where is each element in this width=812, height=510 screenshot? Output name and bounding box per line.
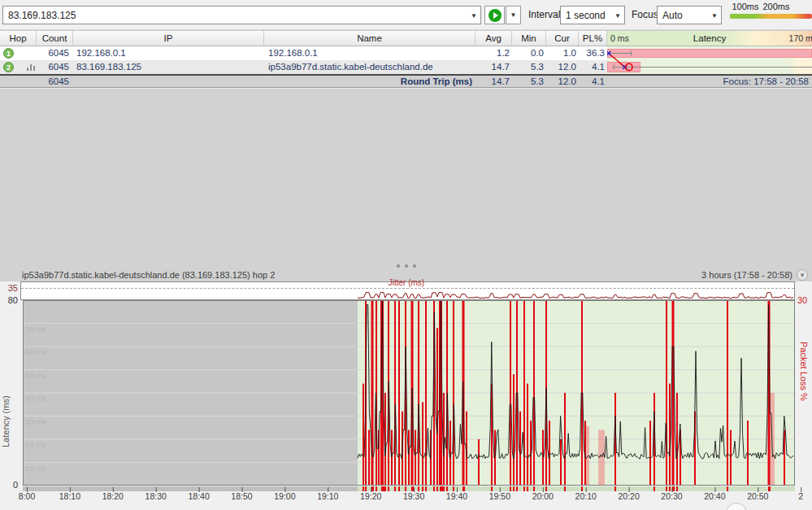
hop2-avg: 14.7 (475, 60, 512, 74)
summary-packet-loss: 4.1 (579, 76, 607, 87)
column-header-latency[interactable]: 0 ms Latency 170 ms (607, 31, 812, 46)
start-options-dropdown-button[interactable]: ▼ (506, 6, 521, 24)
gridline-label: 10 ms (25, 464, 46, 473)
hop2-name: ip53a9b77d.static.kabel-deutschland.de (264, 60, 475, 74)
graph-shown-icon (27, 64, 37, 71)
time-axis-label: 20:50 (740, 491, 775, 501)
interval-select[interactable]: 1 second ▼ (560, 6, 625, 24)
time-axis-label: 2 (783, 491, 812, 501)
hop2-min: 5.3 (512, 60, 546, 74)
hop2-packet-loss: 4.1 (579, 60, 607, 74)
time-axis-label: 18:40 (181, 491, 217, 501)
hop2-ip: 83.169.183.125 (73, 60, 264, 74)
hop2-cur: 12.0 (546, 60, 579, 74)
hop-number-badge: 1 (3, 48, 14, 59)
interval-value: 1 second (566, 10, 606, 21)
toolbar: 83.169.183.125 ▼ ▼ Interval 1 second ▼ F… (0, 0, 812, 30)
column-header-pl[interactable]: PL% (579, 31, 607, 46)
time-axis-label: 19:00 (267, 491, 302, 501)
latency-scale-legend (730, 14, 812, 19)
play-icon (489, 9, 502, 22)
hop1-ip: 192.168.0.1 (73, 46, 264, 60)
hop-number-badge: 2 (3, 62, 14, 72)
address-dropdown-icon[interactable]: ▼ (471, 12, 477, 20)
latency-markers-overlay (607, 46, 812, 74)
focus-value: Auto (662, 10, 683, 21)
column-header-min[interactable]: Min (512, 31, 546, 46)
column-header-cur[interactable]: Cur (546, 31, 579, 46)
interval-dropdown-icon[interactable]: ▼ (614, 12, 621, 20)
focus-label: Focus (632, 9, 658, 20)
column-header-hop[interactable]: Hop (0, 31, 37, 46)
summary-min: 5.3 (512, 76, 546, 87)
time-axis-label: 20:40 (697, 491, 732, 501)
time-axis-label: 20:20 (611, 491, 647, 501)
hop1-avg: 1.2 (475, 46, 512, 60)
time-axis-label: 19:20 (353, 491, 389, 501)
summary-count: 6045 (37, 76, 73, 87)
time-axis-label: 19:40 (439, 491, 475, 501)
time-axis-label: 18:20 (95, 491, 131, 501)
latency-column-title: Latency (607, 31, 812, 46)
time-axis-label: 19:50 (482, 491, 518, 501)
latency-scale-max-label: 170 ms (789, 31, 812, 46)
hop1-cur: 1.0 (546, 46, 579, 60)
summary-avg: 14.7 (475, 76, 512, 87)
gridline-label: 50 ms (25, 371, 46, 380)
column-header-avg[interactable]: Avg (475, 31, 512, 46)
focus-dropdown-icon[interactable]: ▼ (711, 12, 718, 20)
interval-label: Interval (528, 9, 560, 20)
hop1-count: 6045 (37, 46, 73, 60)
gridline-label: 30 ms (25, 417, 46, 426)
focus-select[interactable]: Auto ▼ (657, 6, 722, 24)
column-header-count[interactable]: Count (37, 31, 73, 46)
round-trip-label: Round Trip (ms) (264, 76, 475, 87)
time-axis-label: 19:30 (396, 491, 432, 501)
hop2-count: 6045 (37, 60, 73, 74)
time-axis-label: 20:30 (654, 491, 690, 501)
time-axis-label: 20:00 (525, 491, 561, 501)
plot-border (23, 300, 795, 486)
target-address-value: 83.169.183.125 (8, 10, 76, 21)
hop1-packet-loss: 36.3 (579, 46, 607, 60)
round-trip-summary-row[interactable]: 6045 Round Trip (ms) 14.7 5.3 12.0 4.1 F… (0, 74, 812, 88)
time-axis-label: 18:10 (52, 491, 88, 501)
gridline-label: 40 ms (25, 394, 46, 403)
time-axis-label: 8:00 (9, 491, 45, 501)
gridline-label: 20 ms (25, 440, 46, 449)
start-trace-button[interactable] (484, 6, 505, 24)
hop1-min: 0.0 (512, 46, 546, 60)
timeline-graph-panel: ip53a9b77d.static.kabel-deutschland.de (… (0, 268, 812, 510)
column-header-ip[interactable]: IP (73, 31, 264, 46)
gridline-label: 70 ms (25, 325, 46, 333)
hop1-name: 192.168.0.1 (264, 46, 475, 60)
time-axis-label: 19:10 (310, 491, 345, 501)
summary-cur: 12.0 (546, 76, 579, 87)
time-axis-label: 18:50 (224, 491, 260, 501)
column-header-name[interactable]: Name (264, 31, 475, 46)
legend-200ms-label: 200ms (758, 2, 794, 11)
target-address-combobox[interactable]: 83.169.183.125 ▼ (2, 6, 481, 24)
time-axis-label: 20:10 (568, 491, 604, 501)
empty-graph-area (0, 89, 812, 268)
focus-range-label: Focus: 17:58 - 20:58 (607, 76, 812, 87)
gridline-label: 60 ms (25, 347, 46, 356)
trace-table-header: Hop Count IP Name Avg Min Cur PL% 0 ms L… (0, 30, 812, 46)
time-axis-label: 18:30 (138, 491, 174, 501)
